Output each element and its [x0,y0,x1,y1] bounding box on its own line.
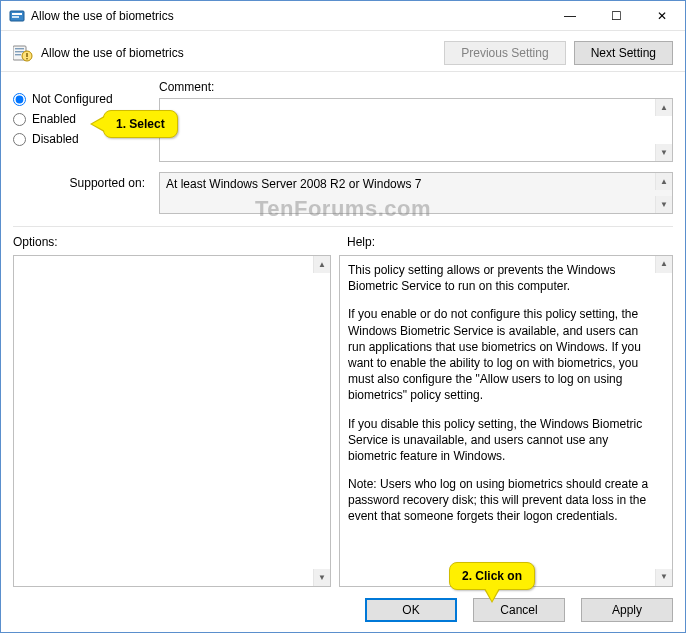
header-row: Allow the use of biometrics Previous Set… [1,31,685,71]
policy-icon [13,43,33,63]
scroll-down-icon[interactable]: ▼ [655,144,672,161]
svg-rect-8 [26,53,27,57]
help-paragraph: This policy setting allows or prevents t… [348,262,650,294]
policy-title: Allow the use of biometrics [41,46,444,60]
supported-on-text: At least Windows Server 2008 R2 or Windo… [166,177,421,191]
maximize-icon: ☐ [611,9,622,23]
scroll-up-icon[interactable]: ▲ [655,99,672,116]
app-icon [9,8,25,24]
options-box: ▲ ▼ [13,255,331,587]
help-box: This policy setting allows or prevents t… [339,255,673,587]
apply-button[interactable]: Apply [581,598,673,622]
minimize-icon: — [564,9,576,23]
options-help-row: ▲ ▼ This policy setting allows or preven… [13,255,673,587]
radio-enabled-input[interactable] [13,113,26,126]
supported-on-box: At least Windows Server 2008 R2 or Windo… [159,172,673,214]
annotation-select-callout: 1. Select [103,110,178,138]
svg-rect-1 [12,13,22,15]
divider [13,226,673,227]
help-label: Help: [339,235,673,249]
scroll-down-icon[interactable]: ▼ [655,196,672,213]
footer-buttons: OK Cancel Apply [1,588,685,632]
svg-rect-5 [15,51,24,52]
radio-disabled-input[interactable] [13,133,26,146]
radio-not-configured-input[interactable] [13,93,26,106]
next-setting-button[interactable]: Next Setting [574,41,673,65]
previous-setting-button: Previous Setting [444,41,565,65]
help-paragraph: If you enable or do not configure this p… [348,306,650,403]
radio-disabled-label: Disabled [32,132,79,146]
scroll-up-icon[interactable]: ▲ [313,256,330,273]
options-label: Options: [13,235,339,249]
comment-label: Comment: [159,80,673,94]
annotation-click-callout: 2. Click on [449,562,535,590]
ok-button[interactable]: OK [365,598,457,622]
scroll-up-icon[interactable]: ▲ [655,256,672,273]
help-paragraph: Note: Users who log on using biometrics … [348,476,650,525]
main-area: Not Configured Enabled Disabled Comment:… [1,80,685,587]
scroll-up-icon[interactable]: ▲ [655,173,672,190]
svg-rect-6 [15,54,21,55]
scroll-down-icon[interactable]: ▼ [313,569,330,586]
supported-row: Supported on: At least Windows Server 20… [13,172,673,214]
radio-enabled-label: Enabled [32,112,76,126]
radio-not-configured-label: Not Configured [32,92,113,106]
window-title: Allow the use of biometrics [31,9,547,23]
comment-textarea[interactable]: ▲ ▼ [159,98,673,162]
svg-rect-4 [15,48,24,49]
supported-on-label: Supported on: [13,172,145,190]
radio-not-configured[interactable]: Not Configured [13,92,145,106]
window-buttons: — ☐ ✕ [547,1,685,30]
comment-column: Comment: ▲ ▼ [159,80,673,162]
scroll-down-icon[interactable]: ▼ [655,569,672,586]
help-paragraph: If you disable this policy setting, the … [348,416,650,465]
svg-rect-9 [26,58,27,59]
section-labels: Options: Help: [13,235,673,249]
svg-rect-2 [12,16,19,18]
maximize-button[interactable]: ☐ [593,1,639,30]
close-icon: ✕ [657,9,667,23]
divider [1,71,685,72]
titlebar: Allow the use of biometrics — ☐ ✕ [1,1,685,31]
close-button[interactable]: ✕ [639,1,685,30]
minimize-button[interactable]: — [547,1,593,30]
